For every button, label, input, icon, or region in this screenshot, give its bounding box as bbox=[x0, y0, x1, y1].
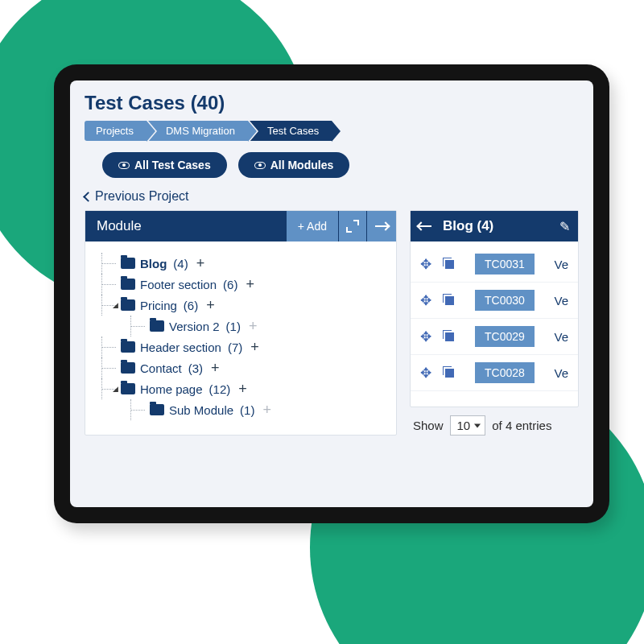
chevron-left-icon bbox=[83, 192, 93, 202]
tc-panel-header: Blog (4) ✎ bbox=[411, 211, 578, 242]
pill-label: All Test Cases bbox=[134, 159, 211, 171]
edit-module-button[interactable]: ✎ bbox=[559, 219, 570, 234]
folder-icon bbox=[121, 383, 135, 394]
crumb-dms[interactable]: DMS Migration bbox=[148, 121, 248, 141]
tree-item[interactable]: Header section (7)+ bbox=[93, 336, 388, 357]
folder-icon bbox=[121, 341, 135, 353]
page-size-value: 10 bbox=[457, 419, 471, 432]
copy-icon[interactable] bbox=[443, 294, 456, 307]
test-case-truncated-text: Ve bbox=[554, 258, 568, 271]
test-case-id-badge[interactable]: TC0028 bbox=[475, 362, 535, 383]
test-case-id-badge[interactable]: TC0031 bbox=[475, 254, 535, 275]
move-handle-icon[interactable]: ✥ bbox=[420, 256, 431, 273]
tc-body: ✥TC0031Ve✥TC0030Ve✥TC0029Ve✥TC0028Ve bbox=[411, 242, 578, 396]
test-case-row: ✥TC0031Ve bbox=[411, 246, 578, 283]
module-panel: Module + Add Blog (4)+Footer section (6)… bbox=[85, 210, 397, 436]
copy-icon[interactable] bbox=[443, 330, 456, 343]
tablet-frame: Test Cases (40) Projects DMS Migration T… bbox=[54, 64, 609, 523]
folder-icon bbox=[150, 404, 164, 415]
add-child-button[interactable]: + bbox=[249, 319, 258, 333]
all-modules-button[interactable]: All Modules bbox=[238, 152, 350, 178]
pill-label: All Modules bbox=[270, 159, 334, 171]
copy-icon[interactable] bbox=[443, 366, 456, 379]
arrow-left-icon bbox=[419, 225, 431, 227]
module-tree: Blog (4)+Footer section (6)+◢Pricing (6)… bbox=[85, 242, 396, 435]
crumb-label: Test Cases bbox=[267, 125, 319, 137]
add-child-button[interactable]: + bbox=[238, 382, 247, 396]
test-case-row: ✥TC0030Ve bbox=[411, 283, 578, 319]
pager-row: Show 10 of 4 entries bbox=[410, 407, 579, 436]
tree-item-count: (12) bbox=[209, 382, 231, 396]
add-child-button[interactable]: + bbox=[250, 340, 259, 354]
tree-item[interactable]: Sub Module (1)+ bbox=[93, 399, 388, 420]
all-test-cases-button[interactable]: All Test Cases bbox=[102, 152, 227, 178]
next-panel-button[interactable] bbox=[367, 211, 396, 242]
crumb-projects[interactable]: Projects bbox=[85, 121, 147, 141]
test-case-panel: Blog (4) ✎ ✥TC0031Ve✥TC0030Ve✥TC0029Ve✥T… bbox=[410, 210, 579, 407]
filter-pill-row: All Test Cases All Modules bbox=[102, 152, 579, 178]
tree-connector bbox=[101, 284, 116, 285]
tree-item[interactable]: Footer section (6)+ bbox=[93, 274, 388, 295]
add-module-button[interactable]: + Add bbox=[287, 211, 338, 242]
arrow-right-icon bbox=[375, 225, 388, 227]
tree-item-count: (1) bbox=[226, 320, 241, 333]
tc-panel-title: Blog (4) bbox=[440, 218, 555, 234]
previous-project-label: Previous Project bbox=[95, 189, 189, 204]
page-title: Test Cases (40) bbox=[85, 92, 579, 114]
add-child-button[interactable]: + bbox=[196, 256, 205, 270]
tree-item-label: Pricing bbox=[140, 299, 177, 312]
tree-item[interactable]: Version 2 (1)+ bbox=[93, 316, 388, 336]
test-case-column: Blog (4) ✎ ✥TC0031Ve✥TC0030Ve✥TC0029Ve✥T… bbox=[410, 210, 579, 436]
folder-icon bbox=[121, 362, 135, 374]
back-button[interactable] bbox=[419, 211, 435, 242]
module-panel-header: Module + Add bbox=[85, 211, 396, 242]
page-size-select[interactable]: 10 bbox=[450, 415, 486, 436]
collapse-caret-icon[interactable]: ◢ bbox=[113, 385, 118, 393]
add-child-button[interactable]: + bbox=[262, 402, 271, 417]
tree-item-count: (6) bbox=[223, 278, 237, 291]
test-case-truncated-text: Ve bbox=[554, 294, 568, 308]
tree-item-label: Sub Module bbox=[169, 403, 233, 417]
tree-connector bbox=[101, 347, 116, 348]
crumb-label: Projects bbox=[96, 125, 134, 137]
tree-item-count: (7) bbox=[228, 341, 242, 354]
previous-project-link[interactable]: Previous Project bbox=[85, 189, 579, 204]
move-handle-icon[interactable]: ✥ bbox=[420, 328, 431, 345]
test-case-truncated-text: Ve bbox=[554, 330, 568, 344]
tree-item[interactable]: Blog (4)+ bbox=[93, 253, 388, 274]
folder-icon bbox=[121, 299, 135, 311]
tree-item[interactable]: ◢Pricing (6)+ bbox=[93, 295, 388, 316]
collapse-caret-icon[interactable]: ◢ bbox=[113, 301, 118, 309]
crumb-test-cases[interactable]: Test Cases bbox=[250, 121, 332, 141]
tree-item[interactable]: Contact (3)+ bbox=[93, 357, 388, 378]
tree-item-label: Contact bbox=[140, 361, 182, 375]
panels-row: Module + Add Blog (4)+Footer section (6)… bbox=[85, 210, 579, 436]
expand-panel-button[interactable] bbox=[339, 211, 366, 242]
move-handle-icon[interactable]: ✥ bbox=[420, 365, 431, 382]
tree-item[interactable]: ◢Home page (12)+ bbox=[93, 378, 388, 399]
move-handle-icon[interactable]: ✥ bbox=[420, 292, 431, 309]
test-case-id-badge[interactable]: TC0029 bbox=[475, 326, 535, 347]
breadcrumb: Projects DMS Migration Test Cases bbox=[85, 121, 579, 141]
add-child-button[interactable]: + bbox=[246, 277, 254, 291]
copy-icon[interactable] bbox=[443, 258, 456, 270]
tree-item-label: Footer section bbox=[140, 278, 217, 291]
add-child-button[interactable]: + bbox=[211, 361, 220, 375]
tree-connector bbox=[130, 326, 145, 327]
app-screen: Test Cases (40) Projects DMS Migration T… bbox=[70, 80, 593, 507]
eye-icon bbox=[118, 162, 130, 169]
tree-connector bbox=[101, 368, 116, 369]
test-case-truncated-text: Ve bbox=[554, 366, 568, 380]
test-case-id-badge[interactable]: TC0030 bbox=[475, 290, 535, 311]
folder-icon bbox=[121, 279, 135, 290]
pager-of-label: of 4 entries bbox=[492, 419, 551, 432]
add-child-button[interactable]: + bbox=[206, 298, 215, 312]
pager-show-label: Show bbox=[413, 419, 444, 432]
tree-item-count: (4) bbox=[173, 257, 188, 270]
test-case-row: ✥TC0029Ve bbox=[411, 319, 578, 355]
test-case-row: ✥TC0028Ve bbox=[411, 355, 578, 391]
folder-icon bbox=[121, 258, 135, 269]
tree-item-label: Home page bbox=[140, 382, 203, 396]
tree-item-count: (6) bbox=[184, 299, 198, 312]
module-panel-title: Module bbox=[85, 218, 286, 234]
